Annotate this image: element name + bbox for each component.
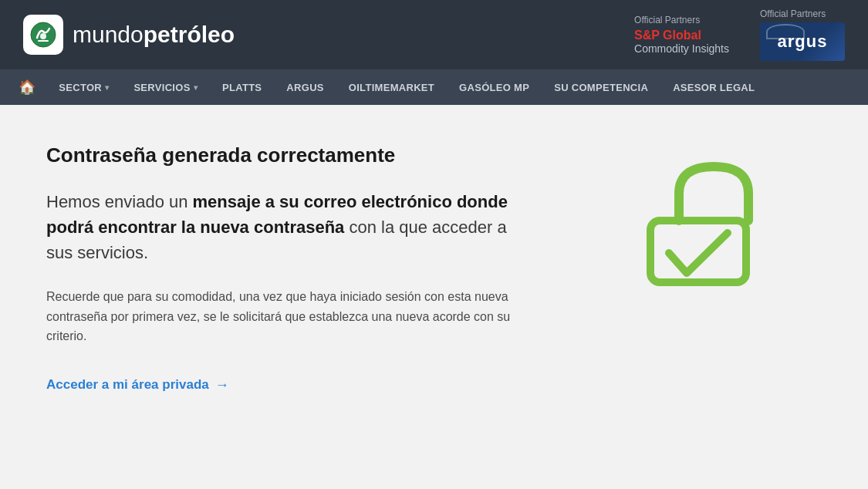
nav-argus[interactable]: ARGUS [274,69,336,105]
sp-global-text: S&P Global [634,29,701,42]
argus-logo: argus [760,22,845,61]
svg-rect-2 [650,221,746,282]
nav-platts[interactable]: PLATTS [210,69,274,105]
logo-icon [23,15,63,55]
success-message: Hemos enviado un mensaje a su correo ele… [46,189,525,265]
partner-label-argus: Official Partners [760,8,826,19]
main-content: Contraseña generada correctamente Hemos … [0,105,868,452]
argus-partner: Official Partners argus [760,8,845,61]
partners-area: Official Partners S&P Global Commodity I… [634,8,845,61]
nav-home[interactable]: 🏠 [8,69,46,105]
arrow-icon: → [215,377,229,393]
nav-gasoleo[interactable]: GASÓLEO MP [447,69,542,105]
nav-asesor-legal[interactable]: ASESOR LEGAL [660,69,767,105]
nav-servicios[interactable]: SERVICIOS▾ [121,69,210,105]
access-link-text: Acceder a mi área privada [46,377,209,393]
sp-global-partner: Official Partners S&P Global Commodity I… [634,15,729,55]
lock-success-icon [637,159,760,290]
access-link[interactable]: Acceder a mi área privada → [46,377,525,393]
nav-su-competencia[interactable]: SU COMPETENCIA [542,69,660,105]
message-part1: Hemos enviado un [46,192,193,211]
nav-bar: 🏠 SECTOR▾ SERVICIOS▾ PLATTS ARGUS OILTIM… [0,69,868,105]
nav-oiltimemarket[interactable]: OILTIMEMARKET [336,69,447,105]
svg-point-1 [40,33,46,39]
nav-sector[interactable]: SECTOR▾ [46,69,121,105]
logo-area[interactable]: mundopetróleo [23,15,235,55]
top-header: mundopetróleo Official Partners S&P Glob… [0,0,868,69]
logo-text: mundopetróleo [73,22,235,48]
commodity-insights-text: Commodity Insights [634,42,729,55]
partner-label-sp: Official Partners [634,15,700,25]
content-right [637,143,822,290]
success-note: Recuerde que para su comodidad, una vez … [46,287,525,346]
success-title: Contraseña generada correctamente [46,143,525,167]
content-left: Contraseña generada correctamente Hemos … [46,143,525,393]
argus-text: argus [778,32,828,52]
